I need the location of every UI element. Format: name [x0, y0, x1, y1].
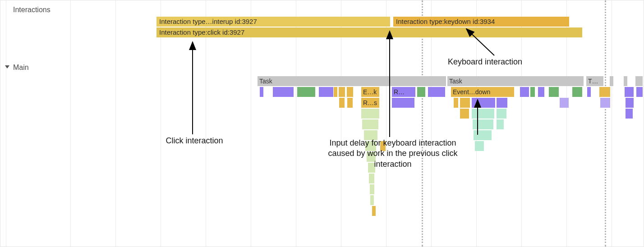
- flame-block[interactable]: [530, 87, 535, 97]
- flame-block[interactable]: [497, 119, 504, 129]
- flame-block-event[interactable]: E…k: [361, 87, 379, 97]
- flame-block[interactable]: [475, 141, 484, 151]
- flame-block[interactable]: [260, 87, 263, 97]
- gridline: [6, 0, 6, 247]
- flame-block[interactable]: [497, 98, 507, 108]
- flame-block[interactable]: [472, 98, 495, 108]
- annotation-click: Click interaction: [154, 136, 235, 146]
- flame-block[interactable]: [428, 87, 445, 97]
- annotation-input-delay: Input delay for keyboard interaction cau…: [325, 138, 460, 169]
- flame-block[interactable]: [626, 109, 633, 119]
- flame-block[interactable]: [587, 87, 591, 97]
- gridline: [612, 0, 612, 247]
- flame-block-render[interactable]: R…: [392, 87, 415, 97]
- flame-block[interactable]: [339, 87, 345, 97]
- track-label-interactions[interactable]: Interactions: [0, 4, 55, 16]
- task-block[interactable]: [610, 76, 613, 86]
- flame-block[interactable]: [347, 98, 353, 108]
- flame-block[interactable]: [572, 87, 582, 97]
- interaction-bar-pointerup[interactable]: Interaction type…interup id:3927: [156, 17, 390, 27]
- task-block[interactable]: T…: [586, 76, 603, 86]
- flame-block[interactable]: [549, 87, 559, 97]
- flame-block[interactable]: [392, 98, 414, 108]
- flame-block[interactable]: [361, 109, 379, 119]
- flame-block[interactable]: [560, 98, 569, 108]
- track-label-main-text: Main: [13, 64, 29, 71]
- gridline: [115, 0, 116, 247]
- task-block[interactable]: [624, 76, 627, 86]
- flame-block[interactable]: [297, 87, 315, 97]
- flame-block[interactable]: [319, 87, 333, 97]
- flame-block[interactable]: [599, 87, 610, 97]
- flame-block[interactable]: [273, 87, 294, 97]
- flame-block[interactable]: [370, 195, 374, 205]
- flame-block[interactable]: [497, 109, 506, 119]
- flame-block[interactable]: [472, 109, 494, 119]
- flame-block[interactable]: [372, 206, 376, 216]
- flame-block[interactable]: [417, 87, 425, 97]
- flame-block[interactable]: [369, 174, 374, 183]
- chevron-down-icon[interactable]: [5, 65, 9, 69]
- task-block[interactable]: [635, 76, 643, 86]
- gridline: [70, 0, 71, 247]
- flame-block[interactable]: [636, 87, 643, 97]
- task-block[interactable]: Task: [447, 76, 584, 86]
- performance-flamechart[interactable]: Interactions Main Interaction type…inter…: [0, 0, 644, 247]
- annotation-keyboard: Keyboard interaction: [448, 57, 543, 67]
- flame-block[interactable]: [474, 130, 492, 140]
- flame-block[interactable]: [538, 87, 544, 97]
- task-block[interactable]: Task: [258, 76, 446, 86]
- flame-block[interactable]: [625, 87, 634, 97]
- flame-block[interactable]: [347, 87, 353, 97]
- annotation-arrows: [0, 0, 644, 247]
- flame-block[interactable]: [520, 87, 529, 97]
- flame-block[interactable]: [454, 98, 458, 108]
- flame-block[interactable]: [460, 109, 469, 119]
- interaction-bar-keydown[interactable]: Interaction type:keydown id:3934: [393, 17, 569, 27]
- flame-block-rs[interactable]: R…s: [361, 98, 379, 108]
- flame-block[interactable]: [370, 184, 374, 194]
- flame-block[interactable]: [460, 98, 470, 108]
- flame-block[interactable]: [600, 98, 610, 108]
- timeline-marker: [605, 0, 606, 247]
- flame-block[interactable]: [339, 98, 345, 108]
- flame-block[interactable]: [334, 87, 337, 97]
- flame-block[interactable]: [626, 98, 634, 108]
- flame-block-eventdown[interactable]: Event…down: [451, 87, 514, 97]
- flame-block[interactable]: [362, 119, 378, 129]
- flame-block[interactable]: [473, 119, 493, 129]
- interaction-bar-click[interactable]: Interaction type:click id:3927: [156, 27, 582, 37]
- track-label-main[interactable]: Main: [0, 62, 33, 73]
